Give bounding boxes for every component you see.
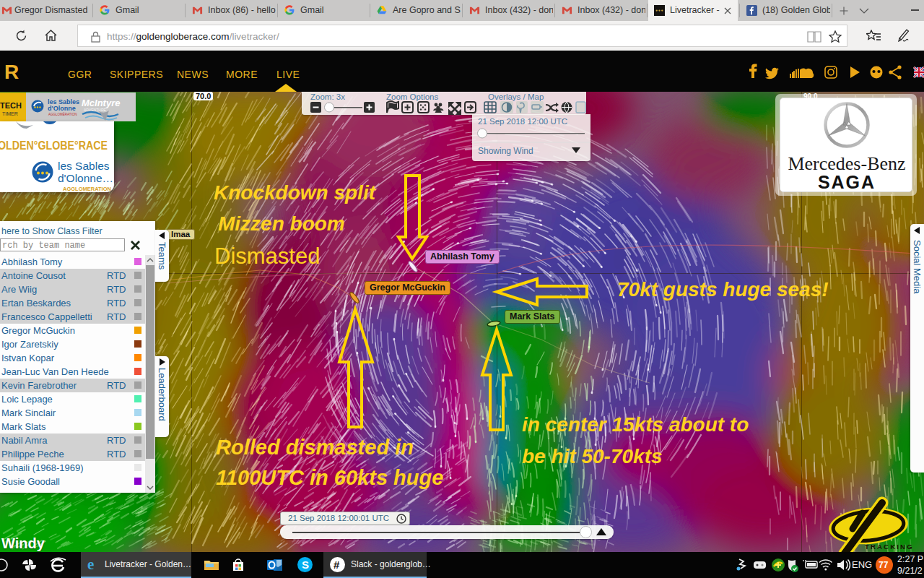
svg-text:SAGA: SAGA	[818, 172, 876, 192]
svg-text:GOLDEN°GLOBE°RACE: GOLDEN°GLOBE°RACE	[0, 139, 108, 152]
svg-text:TRACKING: TRACKING	[865, 543, 914, 551]
svg-text:d'Olonne: d'Olonne	[48, 105, 76, 112]
svg-text:d'Olonne…: d'Olonne…	[58, 172, 113, 184]
svg-text:ADVENTURE: ADVENTURE	[84, 108, 107, 112]
svg-text:McIntyre: McIntyre	[82, 98, 120, 108]
svg-text:Mercedes-Benz: Mercedes-Benz	[788, 153, 905, 174]
svg-text:AGGLOMERATION: AGGLOMERATION	[63, 186, 111, 192]
svg-text:les Sables: les Sables	[58, 160, 110, 172]
svg-text:AGGLOMÉRATION: AGGLOMÉRATION	[48, 112, 77, 116]
